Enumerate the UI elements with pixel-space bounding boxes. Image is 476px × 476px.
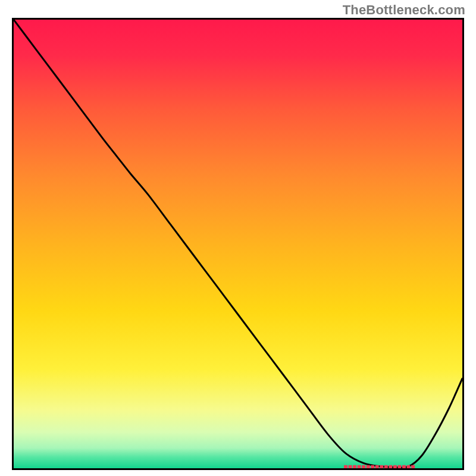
highlight-dot	[407, 465, 411, 468]
highlight-dot	[402, 465, 406, 468]
highlight-dot	[367, 465, 370, 468]
highlight-dot	[411, 465, 415, 468]
highlight-dot	[384, 465, 388, 468]
chart-stage: TheBottleneck.com	[0, 0, 476, 476]
highlight-dot	[389, 465, 392, 468]
highlight-dot	[349, 465, 352, 468]
highlight-dot	[393, 465, 397, 468]
highlight-dot	[371, 465, 374, 468]
highlight-dot	[344, 465, 347, 468]
highlight-dot	[375, 465, 379, 468]
gradient-background	[14, 20, 462, 468]
watermark-text: TheBottleneck.com	[343, 2, 465, 18]
highlight-dot	[380, 465, 383, 468]
highlight-dot	[397, 465, 401, 468]
plot-svg	[14, 20, 462, 468]
plot-frame	[12, 18, 464, 470]
highlight-dot	[358, 465, 361, 468]
highlight-dot	[353, 465, 356, 468]
highlight-dot	[362, 465, 365, 468]
